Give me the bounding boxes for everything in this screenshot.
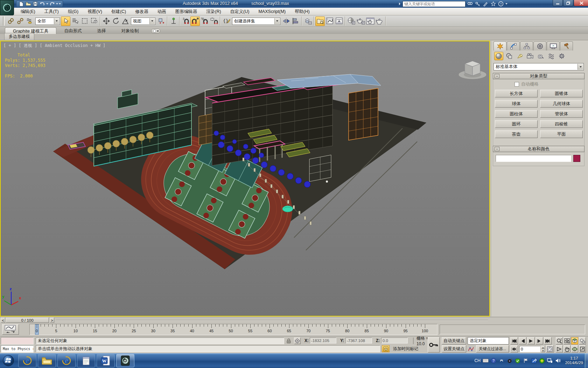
toolbar-grip[interactable] bbox=[3, 16, 5, 26]
selection-filter-dropdown[interactable]: 全部 bbox=[35, 18, 60, 25]
zoom-all-button[interactable] bbox=[564, 337, 570, 345]
sphere-button[interactable]: 球体 bbox=[495, 100, 538, 108]
previous-frame-button[interactable]: < bbox=[1, 318, 5, 323]
volume-tray-icon[interactable] bbox=[555, 358, 561, 364]
language-indicator[interactable]: CH bbox=[474, 358, 480, 363]
menu-edit[interactable]: 编辑(E) bbox=[16, 8, 40, 15]
set-keys-button[interactable] bbox=[428, 337, 440, 353]
key-filters-button[interactable]: 关键点过滤器... bbox=[476, 345, 509, 353]
restore-button[interactable] bbox=[563, 0, 573, 6]
select-object-button[interactable] bbox=[61, 16, 70, 26]
time-slider-track[interactable] bbox=[56, 320, 488, 321]
align-button[interactable] bbox=[291, 16, 300, 26]
mirror-button[interactable] bbox=[281, 16, 291, 26]
tab-utilities[interactable] bbox=[560, 41, 573, 50]
primitive-category-dropdown[interactable]: 标准基本体 bbox=[493, 63, 584, 70]
zoom-extents-all-button[interactable] bbox=[579, 337, 586, 345]
rectangular-selection-region-button[interactable] bbox=[80, 16, 89, 26]
scene-car[interactable] bbox=[282, 206, 293, 212]
network-tray-icon[interactable] bbox=[547, 358, 553, 364]
search-icon[interactable] bbox=[467, 1, 473, 7]
taskbar-item-3dsmax[interactable] bbox=[116, 354, 134, 367]
selection-filter-arrow[interactable] bbox=[54, 18, 59, 24]
window-crossing-toggle-button[interactable] bbox=[89, 16, 99, 26]
selection-lock-icon[interactable] bbox=[286, 338, 292, 344]
y-coord-field[interactable] bbox=[345, 338, 372, 343]
key-filter-curve-icon[interactable] bbox=[468, 346, 475, 352]
named-selection-set-dropdown[interactable]: 创建选择集 bbox=[232, 18, 280, 25]
cone-button[interactable]: 圆锥体 bbox=[540, 90, 583, 97]
save-file-button[interactable] bbox=[32, 1, 39, 7]
pan-hand-button[interactable] bbox=[564, 345, 570, 353]
snaps-toggle-3d-button[interactable]: 3 bbox=[181, 16, 190, 26]
safety-center-icon[interactable] bbox=[539, 358, 545, 364]
zoom-extents-button[interactable] bbox=[571, 337, 578, 345]
menu-maxscript[interactable]: MAXScript(M) bbox=[254, 8, 290, 15]
layer-manager-button[interactable] bbox=[303, 16, 313, 26]
open-file-button[interactable] bbox=[25, 1, 32, 7]
ribbon-toggle-button[interactable] bbox=[315, 16, 325, 26]
settings-wrench-icon[interactable] bbox=[531, 358, 537, 364]
go-to-end-button[interactable] bbox=[544, 337, 552, 345]
next-frame-button[interactable]: > bbox=[50, 318, 54, 323]
help-tray-icon[interactable]: ? bbox=[491, 358, 497, 364]
time-slider-thumb[interactable]: 0 / 100 bbox=[6, 318, 49, 323]
angle-snap-toggle-button[interactable] bbox=[190, 16, 200, 26]
select-and-scale-button[interactable] bbox=[120, 16, 130, 26]
favorites-star-icon[interactable] bbox=[490, 1, 496, 7]
redo-dropdown[interactable] bbox=[56, 1, 58, 7]
start-button[interactable] bbox=[0, 353, 17, 368]
category-cameras[interactable] bbox=[526, 52, 535, 60]
zoom-button[interactable] bbox=[556, 337, 563, 345]
unlink-selection-button[interactable] bbox=[15, 16, 25, 26]
category-lights[interactable] bbox=[515, 52, 524, 60]
ribbon-display-dropdown[interactable] bbox=[151, 29, 160, 33]
menu-views[interactable]: 视图(V) bbox=[83, 8, 107, 15]
menu-customize[interactable]: 自定义(U) bbox=[226, 8, 254, 15]
select-and-link-button[interactable] bbox=[6, 16, 15, 26]
new-file-button[interactable] bbox=[18, 1, 25, 7]
ribbon-tab-object-paint[interactable]: 对象绘制 bbox=[113, 27, 146, 34]
frame-spinner[interactable]: ▲ ▼ bbox=[541, 346, 545, 352]
close-button[interactable] bbox=[574, 0, 588, 6]
taskbar-clock[interactable]: 1:17 2014/6/29 bbox=[565, 356, 583, 365]
bluetooth-tray-icon[interactable] bbox=[507, 358, 513, 364]
curve-editor-button[interactable] bbox=[325, 16, 334, 26]
rollout-collapse-icon[interactable]: − bbox=[495, 74, 499, 78]
infocenter-collapse-icon[interactable] bbox=[398, 2, 401, 6]
box-button[interactable]: 长方体 bbox=[495, 90, 538, 97]
tab-modify[interactable] bbox=[507, 41, 520, 50]
pyramid-button[interactable]: 四棱锥 bbox=[540, 120, 583, 128]
subscription-key-icon[interactable] bbox=[475, 1, 481, 7]
object-color-swatch[interactable] bbox=[573, 155, 580, 162]
viewport-scene[interactable]: z y x bbox=[1, 41, 489, 316]
select-and-manipulate-button[interactable] bbox=[169, 16, 178, 26]
keyboard-layout-icon[interactable] bbox=[483, 358, 489, 364]
taskbar-item-ie-window[interactable]: e bbox=[57, 354, 76, 367]
selection-set-dropdown[interactable]: 选定对象 bbox=[468, 337, 509, 345]
edit-named-selection-sets-button[interactable]: {} bbox=[222, 16, 231, 26]
reference-coordinate-arrow[interactable] bbox=[149, 18, 155, 24]
select-and-move-button[interactable] bbox=[102, 16, 111, 26]
maximize-viewport-toggle-button[interactable] bbox=[579, 345, 586, 353]
show-desktop-button[interactable] bbox=[585, 353, 588, 368]
redo-button[interactable] bbox=[49, 1, 56, 7]
isolate-selection-button[interactable] bbox=[382, 345, 390, 352]
search-input[interactable] bbox=[402, 1, 465, 7]
zoom-region-button[interactable] bbox=[556, 345, 563, 353]
object-type-rollout-header[interactable]: − 对象类型 bbox=[493, 73, 584, 79]
set-key-button[interactable]: 设置关键点 bbox=[442, 345, 466, 353]
absolute-relative-coords-toggle[interactable] bbox=[294, 338, 301, 344]
x-coord-field[interactable] bbox=[310, 338, 336, 343]
render-production-button[interactable] bbox=[375, 16, 384, 26]
time-configuration-button[interactable] bbox=[546, 345, 554, 353]
select-by-name-button[interactable] bbox=[70, 16, 80, 26]
menu-tools[interactable]: 工具(T) bbox=[40, 8, 63, 15]
menu-graph-editors[interactable]: 图形编辑器 bbox=[171, 8, 202, 15]
menu-animation[interactable]: 动画 bbox=[153, 8, 171, 15]
tab-display[interactable] bbox=[547, 41, 560, 50]
geosphere-button[interactable]: 几何球体 bbox=[540, 100, 583, 108]
render-setup-button[interactable] bbox=[356, 16, 365, 26]
help-dropdown[interactable] bbox=[505, 3, 507, 5]
menu-group[interactable]: 组(G) bbox=[63, 8, 83, 15]
